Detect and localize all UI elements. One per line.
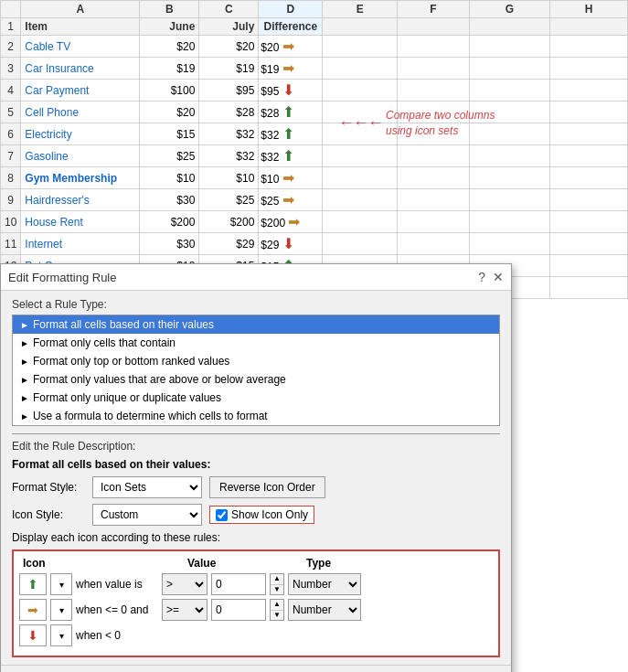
icon-dropdown-btn[interactable]: ▾ [50,573,72,595]
icon-dropdown-btn[interactable]: ▾ [50,599,72,621]
spinner-up[interactable]: ▲ [271,574,283,585]
item-cell[interactable]: Cable TV [21,36,140,58]
format-style-row: Format Style: Icon Sets Reverse Icon Ord… [12,476,500,498]
rule-type-item[interactable]: ► Format only values that are above or b… [13,370,499,389]
type-select[interactable]: Number [288,599,361,621]
spinner-up[interactable]: ▲ [271,600,283,611]
july-cell[interactable]: $28 [199,101,259,123]
rule-arrow-icon: ► [20,357,29,367]
cell-h [550,277,628,299]
col-letter-a[interactable]: A [21,1,140,18]
june-cell[interactable]: $20 [140,36,199,58]
diff-cell[interactable]: $28 ⬆ [259,101,323,123]
icon-display[interactable]: ⬇ [19,624,47,646]
july-cell[interactable]: $32 [199,123,259,145]
icon-dropdown-btn[interactable]: ▾ [50,624,72,646]
item-cell[interactable]: House Rent [21,211,140,233]
june-cell[interactable]: $20 [140,101,199,123]
col-letter-e[interactable]: E [323,1,398,18]
rule-arrow-icon: ► [20,320,29,330]
col-letter-c[interactable]: C [199,1,259,18]
june-cell[interactable]: $19 [140,58,199,80]
rule-type-item[interactable]: ► Format only cells that contain [13,334,499,352]
row-number: 11 [1,233,21,255]
item-cell[interactable]: Internet [21,233,140,255]
table-row: 11 Internet $30 $29 $29 ⬇ [1,233,628,255]
col-letter-b[interactable]: B [140,1,199,18]
june-cell[interactable]: $100 [140,80,199,101]
col-letter-f[interactable]: F [398,1,470,18]
operator-select[interactable]: >= [162,599,208,621]
july-cell[interactable]: $19 [199,58,259,80]
spinner-down[interactable]: ▼ [271,585,283,595]
july-cell[interactable]: $25 [199,189,259,211]
june-cell[interactable]: $10 [140,167,199,189]
rule-type-item[interactable]: ► Use a formula to determine which cells… [13,407,499,425]
diff-cell[interactable]: $29 ⬇ [259,233,323,255]
june-cell[interactable]: $15 [140,123,199,145]
type-select[interactable]: Number [288,573,361,595]
july-cell[interactable]: $29 [199,233,259,255]
rule-type-item[interactable]: ► Format only top or bottom ranked value… [13,352,499,370]
july-cell[interactable]: $200 [199,211,259,233]
spreadsheet-table: A B C D E F G H 1 Item June July Differe… [0,0,628,299]
value-input[interactable] [211,599,266,621]
july-cell[interactable]: $32 [199,145,259,167]
item-cell[interactable]: Car Payment [21,80,140,101]
rule-type-item[interactable]: ► Format all cells based on their values [13,315,499,334]
icon-display[interactable]: ⬆ [19,573,47,595]
col-letter-d[interactable]: D [259,1,323,18]
july-cell[interactable]: $10 [199,167,259,189]
header-type-col: Type [297,557,407,570]
right-arrow-icon: ➡ [282,38,294,54]
table-row: 10 House Rent $200 $200 $200 ➡ [1,211,628,233]
diff-cell[interactable]: $25 ➡ [259,189,323,211]
item-cell[interactable]: Cell Phone [21,101,140,123]
rule-type-list: ► Format all cells based on their values… [12,315,500,426]
format-style-select[interactable]: Icon Sets [92,476,202,498]
june-cell[interactable]: $30 [140,189,199,211]
cell-g [469,167,549,189]
july-cell[interactable]: $20 [199,36,259,58]
reverse-icon-order-button[interactable]: Reverse Icon Order [209,476,325,498]
value-spinner[interactable]: ▲ ▼ [270,573,284,595]
diff-cell[interactable]: $19 ➡ [259,58,323,80]
june-cell[interactable]: $25 [140,145,199,167]
col-letter-g[interactable]: G [469,1,549,18]
diff-cell[interactable]: $10 ➡ [259,167,323,189]
june-cell[interactable]: $30 [140,233,199,255]
operator-select[interactable]: > [162,573,208,595]
row-number: 5 [1,101,21,123]
diff-cell[interactable]: $95 ⬇ [259,80,323,101]
value-spinner[interactable]: ▲ ▼ [270,599,284,621]
spinner-down[interactable]: ▼ [271,611,283,621]
col-letter-h[interactable]: H [550,1,628,18]
close-icon[interactable]: ✕ [493,270,504,284]
item-cell[interactable]: Gasoline [21,145,140,167]
diff-cell[interactable]: $32 ⬆ [259,145,323,167]
annotation: ←←← Compare two columns using icon sets [338,108,495,139]
show-icon-only-label[interactable]: Show Icon Only [209,506,314,524]
item-cell[interactable]: Hairdresser's [21,189,140,211]
rule-arrow-icon: ► [20,411,29,421]
diff-cell[interactable]: $20 ➡ [259,36,323,58]
value-input[interactable] [211,573,266,595]
row-number: 9 [1,189,21,211]
rule-type-item[interactable]: ► Format only unique or duplicate values [13,389,499,407]
cell-e [323,233,398,255]
diff-cell[interactable]: $200 ➡ [259,211,323,233]
format-style-label: Format Style: [12,481,85,494]
diff-cell[interactable]: $32 ⬆ [259,123,323,145]
help-icon[interactable]: ? [478,270,485,284]
format-basis: Format all cells based on their values: [12,458,500,471]
header-f [398,18,470,36]
rule-arrow-icon: ► [20,338,29,348]
june-cell[interactable]: $200 [140,211,199,233]
july-cell[interactable]: $95 [199,80,259,101]
item-cell[interactable]: Car Insurance [21,58,140,80]
icon-style-select[interactable]: Custom [92,504,202,526]
item-cell[interactable]: Electricity [21,123,140,145]
show-icon-only-checkbox[interactable] [216,509,228,521]
item-cell[interactable]: Gym Membership [21,167,140,189]
icon-display[interactable]: ➡ [19,599,47,621]
